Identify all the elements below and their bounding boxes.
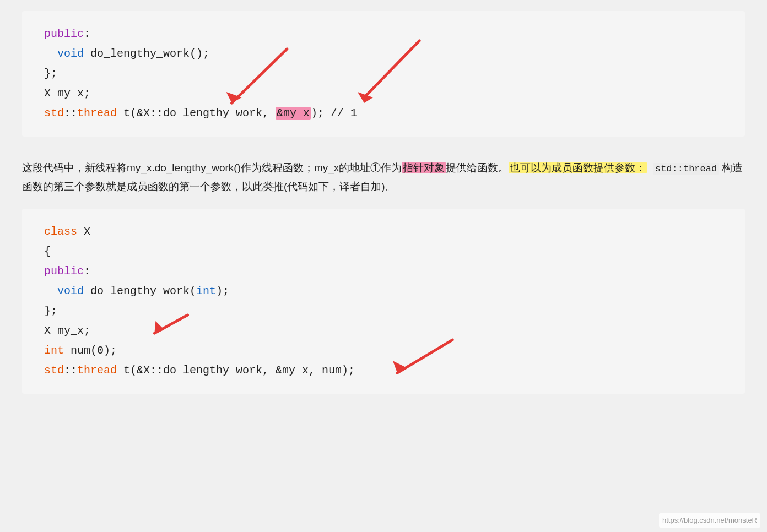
keyword-thread: thread	[77, 107, 117, 120]
code-line-c3: public:	[44, 262, 723, 281]
code-block-1: public: void do_lengthy_work(); }; X my_…	[22, 11, 745, 137]
code-line-c8: std::thread t(&X::do_lengthy_work, &my_x…	[44, 361, 723, 381]
keyword-class: class	[44, 225, 77, 238]
code-block-2: class X { public: void do_lengthy_work(i…	[22, 209, 745, 394]
keyword-public2: public	[44, 265, 84, 278]
prose-text-2: 提供给函数。	[446, 162, 509, 173]
prose-paragraph: 这段代码中，新线程将my_x.do_lengthy_work()作为线程函数；m…	[22, 150, 745, 209]
code-line-3: };	[44, 64, 723, 84]
highlight-my-x: &my_x	[276, 107, 311, 120]
highlight-also: 也可以为成员函数提供参数：	[509, 162, 647, 173]
code-line-c6: X my_x;	[44, 321, 723, 341]
highlight-pointer-obj: 指针对象	[402, 162, 446, 173]
keyword-std2: std	[44, 364, 64, 377]
keyword-int-param: int	[196, 285, 216, 297]
code-line-2: void do_lengthy_work();	[44, 44, 723, 64]
keyword-void: void	[57, 47, 84, 60]
inline-code-std-thread: std::thread	[653, 163, 719, 175]
prose-text-1: 这段代码中，新线程将my_x.do_lengthy_work()作为线程函数；m…	[22, 162, 402, 173]
keyword-public: public	[44, 28, 84, 40]
keyword-void2: void	[57, 285, 84, 297]
code-line-c1: class X	[44, 222, 723, 242]
code-line-c7: int num(0);	[44, 341, 723, 361]
keyword-int: int	[44, 344, 64, 357]
code-line-4: X my_x;	[44, 84, 723, 104]
keyword-thread2: thread	[77, 364, 117, 377]
code-line-1: public:	[44, 24, 723, 44]
code-line-5: std::thread t(&X::do_lengthy_work, &my_x…	[44, 104, 723, 123]
keyword-std: std	[44, 107, 64, 120]
code-line-c4: void do_lengthy_work(int);	[44, 281, 723, 301]
code-line-c2: {	[44, 242, 723, 262]
code-line-c5: };	[44, 301, 723, 321]
